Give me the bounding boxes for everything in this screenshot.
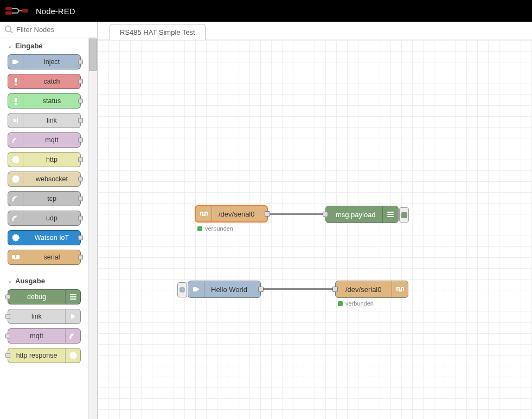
node-port — [78, 255, 83, 260]
palette-node-label: mqtt — [23, 136, 80, 144]
node-output-port[interactable] — [265, 211, 270, 217]
palette-search[interactable] — [0, 22, 97, 37]
palette-node-serial-in[interactable]: serial — [8, 250, 81, 265]
palette-sidebar: ⌄ Eingabe inject c — [0, 22, 98, 419]
node-port — [78, 216, 83, 221]
category-label: Eingabe — [15, 42, 43, 50]
palette-node-status[interactable]: status — [8, 93, 81, 109]
palette-scroll[interactable]: ⌄ Eingabe inject c — [0, 37, 88, 419]
palette-node-label: Watson IoT — [23, 234, 80, 242]
inject-icon — [188, 281, 204, 297]
link-icon — [65, 309, 80, 323]
palette-scrollbar[interactable] — [88, 37, 97, 419]
palette-node-debug[interactable]: debug — [8, 289, 81, 304]
serial-icon — [8, 250, 23, 264]
palette-node-inject[interactable]: inject — [8, 54, 81, 69]
node-port — [5, 353, 10, 358]
flow-node-label: /dev/serial0 — [212, 210, 267, 218]
status-dot-icon — [197, 226, 202, 231]
flow-node-status: verbunden — [338, 300, 374, 307]
palette-search-input[interactable] — [16, 26, 93, 34]
svg-rect-4 — [12, 60, 16, 64]
debug-icon — [382, 206, 398, 223]
palette-node-label: link — [8, 313, 65, 320]
palette-node-http-in[interactable]: http — [8, 152, 81, 167]
chevron-down-icon: ⌄ — [8, 278, 12, 284]
bridge-icon — [8, 192, 23, 206]
svg-point-14 — [12, 220, 14, 221]
app-title: Node-RED — [36, 7, 75, 16]
flow-canvas[interactable]: /dev/serial0 verbunden msg.payload — [98, 40, 532, 419]
inject-trigger-button[interactable] — [177, 282, 187, 297]
palette-node-link-out[interactable]: link — [8, 309, 81, 324]
node-output-port[interactable] — [258, 287, 264, 292]
node-input-port[interactable] — [332, 287, 338, 292]
bridge-icon — [65, 329, 80, 343]
tab-active[interactable]: RS485 HAT Simple Test — [110, 24, 206, 40]
palette-node-mqtt-out[interactable]: mqtt — [8, 328, 81, 344]
serial-icon — [392, 281, 408, 297]
svg-rect-0 — [5, 7, 12, 10]
svg-point-13 — [12, 200, 14, 202]
svg-point-16 — [12, 234, 19, 241]
category-label: Ausgabe — [15, 277, 45, 285]
palette-node-label: status — [23, 97, 80, 105]
node-port — [5, 314, 10, 319]
palette-node-udp-in[interactable]: udp — [8, 211, 81, 226]
palette-node-catch[interactable]: catch — [8, 74, 81, 89]
flow-wire[interactable] — [267, 213, 326, 215]
alert-icon — [8, 94, 23, 108]
palette-node-label: tcp — [23, 195, 80, 202]
alert-icon — [8, 74, 23, 88]
search-icon — [4, 25, 13, 34]
palette-node-label: catch — [23, 78, 80, 85]
serial-icon — [196, 206, 212, 221]
svg-rect-7 — [15, 98, 17, 102]
node-port — [5, 334, 10, 339]
app-header: Node-RED — [0, 0, 532, 22]
workspace: RS485 HAT Simple Test /dev/serial0 verbu… — [98, 22, 532, 419]
chevron-down-icon: ⌄ — [8, 43, 12, 49]
flow-node-serial-in[interactable]: /dev/serial0 — [195, 205, 268, 223]
svg-rect-17 — [71, 314, 72, 319]
node-port — [78, 138, 83, 143]
status-text: verbunden — [205, 225, 233, 232]
bridge-icon — [8, 133, 23, 147]
flow-node-debug[interactable]: msg.payload — [325, 206, 399, 223]
node-port — [78, 99, 83, 104]
node-input-port[interactable] — [323, 212, 328, 217]
node-port — [78, 157, 83, 162]
svg-rect-1 — [5, 11, 12, 15]
palette-node-tcp-in[interactable]: tcp — [8, 191, 81, 206]
palette-node-link-in[interactable]: link — [8, 113, 81, 128]
flow-node-serial-out[interactable]: /dev/serial0 — [335, 281, 408, 298]
node-port — [78, 196, 83, 201]
palette-category-input[interactable]: ⌄ Eingabe — [0, 37, 88, 54]
debug-toggle-button[interactable] — [399, 207, 409, 223]
palette-node-watson-iot[interactable]: Watson IoT — [8, 230, 81, 245]
palette-node-mqtt-in[interactable]: mqtt — [8, 132, 81, 148]
palette-node-label: link — [23, 117, 80, 124]
node-port — [5, 295, 10, 300]
flow-node-label: /dev/serial0 — [339, 285, 392, 294]
palette-category-output[interactable]: ⌄ Ausgabe — [0, 272, 88, 289]
palette-node-label: debug — [8, 293, 65, 301]
flow-node-inject[interactable]: Hello World — [188, 281, 261, 298]
palette-node-label: serial — [23, 253, 80, 261]
svg-rect-20 — [180, 288, 184, 292]
node-port — [78, 177, 83, 182]
flow-node-label: Hello World — [204, 285, 260, 294]
palette-node-label: http — [23, 156, 80, 163]
gear-icon — [8, 231, 23, 245]
svg-rect-8 — [15, 103, 17, 105]
palette-node-websocket-in[interactable]: websocket — [8, 172, 81, 187]
status-dot-icon — [338, 301, 343, 306]
flow-node-label: msg.payload — [329, 211, 382, 219]
palette-node-label: inject — [23, 58, 80, 66]
svg-point-18 — [69, 338, 71, 339]
palette-node-label: websocket — [23, 175, 80, 183]
svg-rect-21 — [193, 287, 196, 291]
link-icon — [8, 113, 23, 128]
palette-node-http-response[interactable]: http response — [8, 348, 81, 363]
flow-wire[interactable] — [260, 288, 336, 290]
